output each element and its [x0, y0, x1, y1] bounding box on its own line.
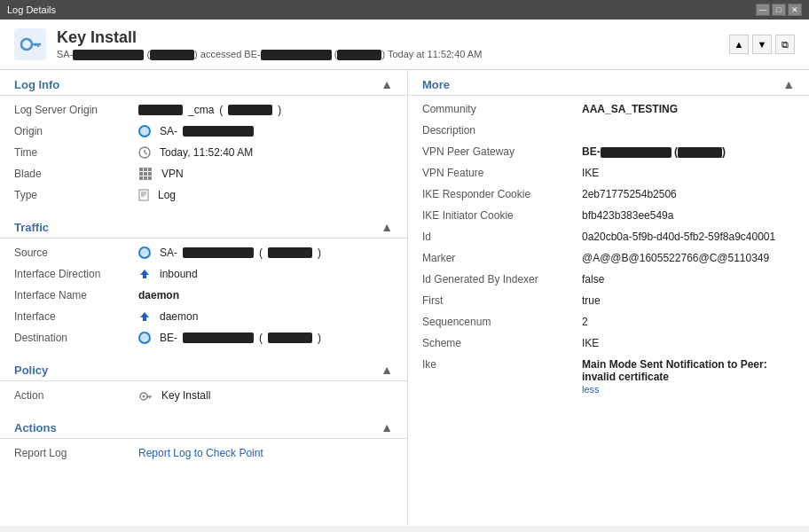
origin-value: SA- [138, 125, 393, 137]
source-redacted1 [183, 247, 254, 258]
ike-initiator-cookie-value: bfb423b383ee549a [582, 209, 795, 222]
window-controls: — □ ✕ [756, 4, 802, 16]
svg-rect-12 [148, 172, 152, 176]
origin-row: Origin SA- [0, 121, 407, 142]
destination-row: Destination BE- () [0, 327, 407, 348]
svg-rect-10 [139, 172, 143, 176]
source-row: Source SA- () [0, 242, 407, 263]
actions-collapse-button[interactable]: ▲ [381, 420, 393, 434]
actions-title: Actions [14, 421, 57, 434]
first-value: true [582, 294, 795, 307]
log-icon [138, 189, 149, 201]
nav-up-button[interactable]: ▲ [729, 35, 749, 54]
time-text: Today at 11:52:40 AM [388, 49, 482, 59]
more-section-header: More ▲ [408, 70, 809, 96]
scheme-row: Scheme IKE [408, 333, 809, 355]
blade-label: Blade [14, 168, 138, 180]
action-key-icon [138, 388, 153, 403]
traffic-collapse-button[interactable]: ▲ [381, 220, 393, 234]
policy-collapse-button[interactable]: ▲ [381, 363, 393, 377]
key-icon [18, 32, 43, 57]
close-button[interactable]: ✕ [788, 4, 802, 16]
time-row: Time Today, 11:52:40 AM [0, 142, 407, 163]
be-redacted [261, 50, 332, 60]
marker-label: Marker [422, 252, 582, 264]
paren-close: ) [194, 49, 198, 59]
sa-prefix: SA- [57, 49, 73, 59]
vpng-redacted2 [678, 147, 722, 158]
log-server-origin-value: _cma () [138, 104, 393, 116]
time-label: Time [14, 146, 138, 159]
sa-redacted [73, 50, 144, 60]
vpn-peer-gateway-row: VPN Peer Gateway BE- () [408, 142, 809, 163]
ike-less-link[interactable]: less [582, 384, 600, 395]
ike-label: Ike [422, 358, 582, 371]
svg-rect-8 [144, 168, 147, 171]
log-server-origin-label: Log Server Origin [14, 104, 138, 116]
marker-row: Marker @A@@B@1605522766@C@5110349 [408, 248, 809, 270]
vpn-feature-row: VPN Feature IKE [408, 163, 809, 184]
ike-value: Main Mode Sent Notification to Peer: inv… [582, 358, 795, 395]
sequencenum-value: 2 [582, 316, 795, 328]
interface-direction-row: Interface Direction inbound [0, 263, 407, 285]
svg-rect-11 [144, 172, 147, 176]
globe-icon [138, 125, 151, 137]
report-log-link[interactable]: Report Log to Check Point [138, 447, 263, 459]
id-generated-label: Id Generated By Indexer [422, 273, 582, 286]
svg-rect-7 [139, 168, 143, 171]
first-row: First true [408, 291, 809, 312]
report-log-label: Report Log [14, 447, 138, 459]
ip-redacted [150, 50, 194, 60]
navigation-buttons: ▲ ▼ ⧉ [729, 35, 795, 54]
more-collapse-button[interactable]: ▲ [782, 77, 795, 91]
log-server-origin-row: Log Server Origin _cma () [0, 99, 407, 121]
dest-redacted2 [268, 332, 312, 343]
ike-responder-cookie-label: IKE Responder Cookie [422, 188, 582, 200]
key-install-icon [14, 28, 46, 60]
log-info-section-header: Log Info ▲ [0, 70, 407, 96]
action-label: Action [14, 389, 138, 402]
ike-initiator-cookie-row: IKE Initiator Cookie bfb423b383ee549a [408, 206, 809, 227]
clock-icon [138, 146, 151, 159]
ike-initiator-cookie-label: IKE Initiator Cookie [422, 209, 582, 222]
nav-down-button[interactable]: ▼ [752, 35, 772, 54]
interface-inbound-icon [138, 310, 151, 323]
scheme-label: Scheme [422, 337, 582, 349]
lso-redacted1 [138, 105, 183, 115]
description-row: Description [408, 121, 809, 142]
inbound-icon [138, 268, 151, 280]
sequencenum-row: Sequencenum 2 [408, 312, 809, 333]
id-label: Id [422, 231, 582, 243]
svg-rect-14 [144, 176, 147, 180]
interface-row: Interface daemon [0, 306, 407, 327]
time-value: Today, 11:52:40 AM [138, 146, 393, 159]
policy-title: Policy [14, 364, 48, 377]
dialog-header: Key Install SA- () accessed BE- () Today… [0, 20, 809, 70]
vpn-peer-gateway-label: VPN Peer Gateway [422, 145, 582, 158]
log-info-title: Log Info [14, 78, 59, 91]
scheme-value: IKE [582, 337, 795, 349]
be-paren-close: ) [381, 49, 385, 59]
action-value: Key Install [138, 388, 393, 403]
marker-value: @A@@B@1605522766@C@5110349 [582, 252, 795, 264]
vpn-icon [138, 167, 153, 181]
policy-section-header: Policy ▲ [0, 356, 407, 381]
svg-point-23 [143, 395, 145, 398]
log-info-collapse-button[interactable]: ▲ [381, 77, 393, 91]
description-label: Description [422, 124, 582, 137]
interface-direction-value: inbound [138, 268, 393, 280]
destination-label: Destination [14, 332, 138, 344]
source-label: Source [14, 246, 138, 259]
maximize-button[interactable]: □ [772, 4, 786, 16]
source-value: SA- () [138, 246, 393, 259]
blade-row: Blade VPN [0, 163, 407, 184]
svg-marker-20 [140, 270, 149, 278]
id-row: Id 0a20cb0a-5f9b-d40d-5fb2-59f8a9c40001 [408, 227, 809, 248]
minimize-button[interactable]: — [756, 4, 770, 16]
type-value: Log [138, 189, 393, 201]
svg-rect-9 [148, 168, 152, 171]
ike-responder-cookie-row: IKE Responder Cookie 2eb71775254b2506 [408, 184, 809, 206]
copy-button[interactable]: ⧉ [775, 35, 795, 54]
accessed-text: accessed [200, 49, 245, 59]
header-info: Key Install SA- () accessed BE- () Today… [57, 28, 482, 60]
